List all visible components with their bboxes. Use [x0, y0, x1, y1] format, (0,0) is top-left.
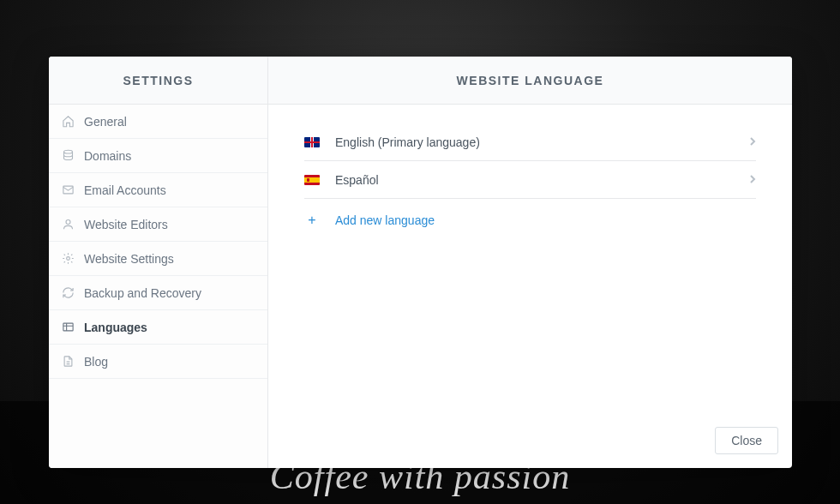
- sidebar-item-label: Domains: [84, 149, 131, 163]
- globe-icon: [61, 321, 75, 334]
- language-list: English (Primary language) Español + Add…: [268, 105, 792, 468]
- sidebar-item-languages[interactable]: Languages: [49, 310, 267, 345]
- user-icon: [61, 218, 75, 231]
- svg-point-2: [66, 220, 70, 225]
- language-row-spanish[interactable]: Español: [304, 161, 756, 199]
- sidebar-item-label: Email Accounts: [84, 183, 166, 197]
- sidebar-item-website-settings[interactable]: Website Settings: [49, 242, 267, 276]
- sidebar-item-label: Website Editors: [84, 218, 168, 231]
- sidebar-item-label: Languages: [84, 321, 147, 334]
- sidebar-item-backup[interactable]: Backup and Recovery: [49, 276, 267, 310]
- mail-icon: [61, 183, 75, 197]
- document-icon: [61, 355, 75, 369]
- plus-icon: +: [304, 213, 320, 227]
- sidebar-item-editors[interactable]: Website Editors: [49, 207, 267, 242]
- svg-point-3: [66, 257, 69, 261]
- sidebar-item-label: General: [84, 115, 127, 129]
- language-label: Español: [335, 173, 734, 187]
- settings-modal: SETTINGS General Domains Email Accounts: [49, 57, 792, 468]
- chevron-right-icon: [749, 172, 756, 188]
- add-language-label: Add new language: [335, 213, 435, 227]
- modal-footer: Close: [715, 427, 778, 454]
- refresh-icon: [61, 286, 75, 300]
- close-button[interactable]: Close: [715, 427, 778, 454]
- home-icon: [61, 115, 75, 129]
- sidebar-item-general[interactable]: General: [49, 105, 267, 139]
- chevron-right-icon: [749, 135, 756, 150]
- add-language-button[interactable]: + Add new language: [304, 199, 756, 242]
- flag-uk-icon: [304, 137, 320, 147]
- sidebar-item-label: Website Settings: [84, 252, 174, 266]
- sidebar-item-domains[interactable]: Domains: [49, 139, 267, 173]
- sidebar-item-label: Blog: [84, 355, 108, 369]
- main-title: WEBSITE LANGUAGE: [268, 57, 792, 105]
- gear-icon: [61, 252, 75, 266]
- settings-sidebar: SETTINGS General Domains Email Accounts: [49, 57, 268, 468]
- language-label: English (Primary language): [335, 135, 734, 149]
- flag-es-icon: [304, 175, 320, 185]
- svg-rect-4: [63, 323, 72, 331]
- main-panel: WEBSITE LANGUAGE English (Primary langua…: [268, 57, 792, 468]
- sidebar-title: SETTINGS: [49, 57, 267, 105]
- sidebar-item-email[interactable]: Email Accounts: [49, 173, 267, 207]
- sidebar-item-label: Backup and Recovery: [84, 286, 201, 300]
- database-icon: [61, 149, 75, 163]
- sidebar-item-blog[interactable]: Blog: [49, 345, 267, 379]
- svg-point-0: [63, 150, 72, 153]
- language-row-english[interactable]: English (Primary language): [304, 123, 756, 161]
